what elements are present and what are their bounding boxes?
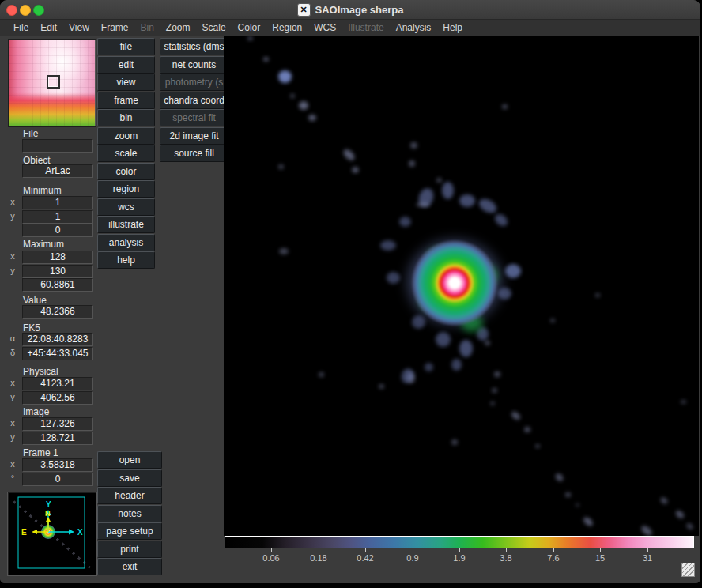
panner-x-arrowhead xyxy=(69,530,74,535)
open-button[interactable]: open xyxy=(97,451,162,469)
image-blob xyxy=(451,439,458,445)
header-button[interactable]: header xyxy=(97,487,162,504)
save-button[interactable]: save xyxy=(97,469,162,487)
zoom-button[interactable]: zoom xyxy=(97,127,155,145)
net-counts-button[interactable]: net counts xyxy=(160,56,228,74)
statistics-dms-button[interactable]: statistics (dms xyxy=(160,38,228,55)
panner-north-label: N xyxy=(45,510,51,518)
frame-button[interactable]: frame xyxy=(97,92,155,109)
colorbar[interactable] xyxy=(225,536,694,548)
info-image-row-0-key: x xyxy=(5,418,21,428)
panner-view[interactable]: Y N E X xyxy=(8,492,96,575)
info-fk5-row-0-field[interactable]: 22:08:40.8283 xyxy=(22,333,93,346)
content: FileObjectArLacMinimumx1y10Maximumx128y1… xyxy=(0,36,700,583)
menu-color[interactable]: Color xyxy=(238,22,261,33)
image-blob xyxy=(379,384,384,389)
menu-wcs[interactable]: WCS xyxy=(314,22,336,33)
menu-file[interactable]: File xyxy=(13,22,28,33)
image-blob xyxy=(459,194,475,207)
magnifier-view[interactable] xyxy=(8,39,96,127)
resize-grip[interactable] xyxy=(681,563,695,577)
info-frame-label: Frame 1 xyxy=(23,447,58,458)
menu-edit[interactable]: Edit xyxy=(40,22,57,33)
info-maximum-label: Maximum xyxy=(23,239,64,250)
info-maximum-row-2-field[interactable]: 60.8861 xyxy=(22,278,93,292)
region-button[interactable]: region xyxy=(97,180,155,198)
x11-app-icon: ✕ xyxy=(297,3,311,17)
info-image-row-1-key: y xyxy=(5,432,21,442)
image-blob xyxy=(263,57,269,62)
menu-region[interactable]: Region xyxy=(272,22,302,33)
help-button[interactable]: help xyxy=(97,251,155,269)
image-blob xyxy=(640,524,654,536)
image-blob xyxy=(502,104,508,109)
analysis-button[interactable]: analysis xyxy=(97,234,155,251)
menu-view[interactable]: View xyxy=(69,22,89,33)
info-maximum-row-0-key: x xyxy=(5,251,21,261)
image-blob xyxy=(278,70,292,83)
image-blob xyxy=(576,503,579,507)
window-title: SAOImage sherpa xyxy=(315,4,404,16)
info-minimum-row-2-field[interactable]: 0 xyxy=(22,224,93,237)
wcs-button[interactable]: wcs xyxy=(97,198,155,216)
image-blob xyxy=(299,101,308,110)
menu-analysis[interactable]: Analysis xyxy=(396,22,432,33)
info-maximum-row-1-key: y xyxy=(5,266,21,275)
colorbar-tick-label: 7.6 xyxy=(536,553,571,563)
color-button[interactable]: color xyxy=(97,163,155,180)
info-physical-row-0-field[interactable]: 4123.21 xyxy=(22,377,93,390)
menu-frame[interactable]: Frame xyxy=(101,22,129,33)
magnifier-cursor xyxy=(47,75,60,89)
notes-button[interactable]: notes xyxy=(97,505,162,522)
file-button[interactable]: file xyxy=(97,38,155,55)
info-frame-row-0-field[interactable]: 3.58318 xyxy=(22,458,93,472)
source-core xyxy=(411,239,498,326)
view-button[interactable]: view xyxy=(97,74,155,91)
info-physical-row-1-field[interactable]: 4062.56 xyxy=(22,391,93,405)
image-blob xyxy=(319,372,324,377)
illustrate-button[interactable]: illustrate xyxy=(97,216,155,233)
titlebar: ✕ SAOImage sherpa xyxy=(0,0,700,20)
image-blob xyxy=(510,410,522,421)
info-fk5-row-1-field[interactable]: +45:44:33.045 xyxy=(22,347,93,360)
info-frame-row-1-field[interactable]: 0 xyxy=(22,473,93,486)
info-frame-row-1-key: ° xyxy=(5,473,21,483)
print-button[interactable]: print xyxy=(97,541,162,558)
info-maximum-row-1-field[interactable]: 130 xyxy=(22,265,93,278)
image-blob xyxy=(554,472,565,482)
scale-button[interactable]: scale xyxy=(97,145,155,162)
edit-button[interactable]: edit xyxy=(97,56,155,74)
info-minimum-row-0-field[interactable]: 1 xyxy=(22,196,93,209)
menu-help[interactable]: Help xyxy=(443,22,462,33)
image-blob xyxy=(308,115,316,121)
image-blob xyxy=(595,293,600,297)
image-blob xyxy=(247,36,253,40)
info-object-row-0-field[interactable]: ArLac xyxy=(22,164,93,178)
info-value-row-0-field[interactable]: 48.2366 xyxy=(22,305,93,318)
bin-button[interactable]: bin xyxy=(97,109,155,126)
info-image-row-1-field[interactable]: 128.721 xyxy=(22,432,93,445)
chandra-coord-button[interactable]: chandra coord xyxy=(160,92,228,109)
image-blob xyxy=(685,522,694,530)
menu-scale[interactable]: Scale xyxy=(202,22,226,33)
image-blob xyxy=(674,509,685,520)
panner-east-arrowhead xyxy=(32,530,37,534)
image-display[interactable] xyxy=(224,36,699,536)
image-blob xyxy=(410,142,417,149)
info-minimum-row-1-field[interactable]: 1 xyxy=(22,210,93,224)
info-image-row-0-field[interactable]: 127.326 xyxy=(22,417,93,431)
info-frame-row-0-key: x xyxy=(5,459,21,469)
info-value-label: Value xyxy=(23,295,47,306)
exit-button[interactable]: exit xyxy=(97,558,162,575)
image-blob xyxy=(352,167,359,173)
menubar: FileEditViewFrameBinZoomScaleColorRegion… xyxy=(0,20,700,36)
panner-x-label: X xyxy=(77,528,83,537)
info-file-row-0-field[interactable] xyxy=(22,139,93,153)
image-blob xyxy=(492,388,497,393)
menu-zoom[interactable]: Zoom xyxy=(166,22,191,33)
colorbar-tick-label: 0.18 xyxy=(301,553,336,563)
info-maximum-row-0-field[interactable]: 128 xyxy=(22,251,93,264)
2d-image-fit-button[interactable]: 2d image fit xyxy=(160,127,228,145)
source-fill-button[interactable]: source fill xyxy=(160,145,228,162)
page-setup-button[interactable]: page setup xyxy=(97,522,162,540)
